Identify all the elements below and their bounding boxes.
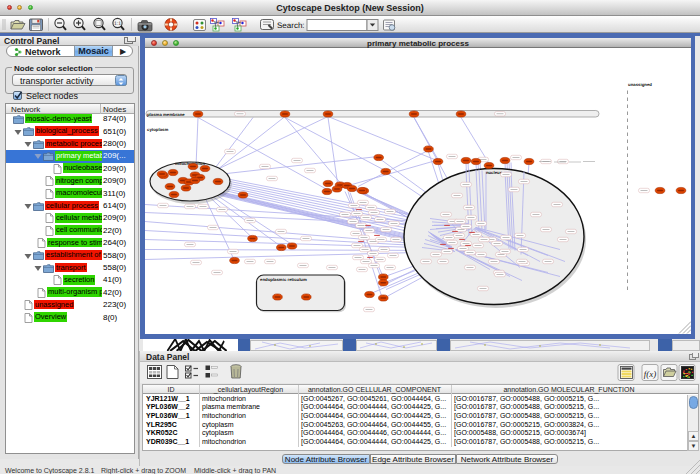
svg-text:plasma membrane: plasma membrane (147, 112, 185, 117)
svg-text:f(x): f(x) (644, 369, 657, 379)
svg-text:cytoplasm: cytoplasm (147, 127, 168, 132)
svg-text:unassigned: unassigned (628, 82, 652, 87)
svg-text:endoplasmic reticulum: endoplasmic reticulum (260, 277, 307, 282)
svg-text:nucleus: nucleus (486, 170, 503, 175)
svg-text:Search:: Search: (277, 21, 305, 30)
svg-text:1:1: 1:1 (114, 21, 121, 27)
